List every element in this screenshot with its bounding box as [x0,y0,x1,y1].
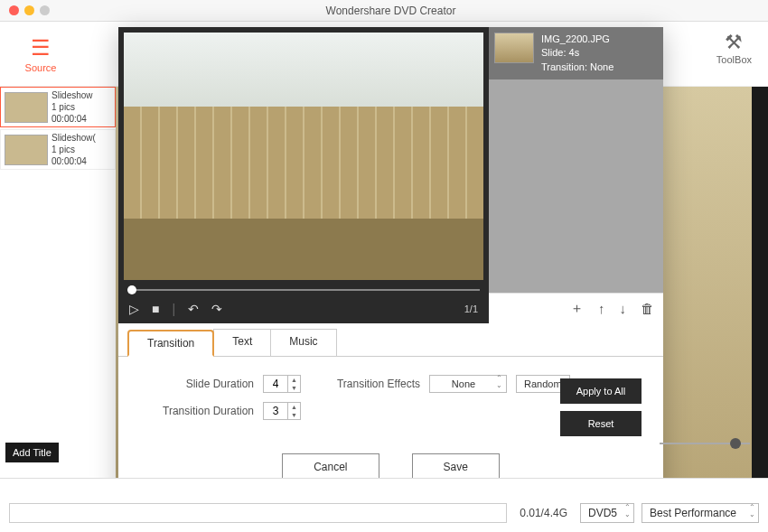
minimize-window-icon[interactable] [24,5,34,15]
window-controls [0,5,50,15]
slideshow-name: Slideshow [52,89,93,101]
slide-transition-info: Transition: None [541,61,613,74]
nav-source[interactable]: ☰ Source [0,35,81,73]
slide-duration-info: Slide: 4s [541,46,613,60]
slide-duration-input[interactable] [264,376,287,392]
slide-duration-label: Slide Duration [136,378,254,390]
rotate-right-icon[interactable]: ↷ [211,302,222,316]
slide-filename: IMG_2200.JPG [541,33,613,46]
delete-slide-icon[interactable]: 🗑 [641,301,654,316]
slideshow-duration: 00:00:04 [52,113,93,125]
quality-select[interactable]: Best Performance [642,503,759,523]
step-up-icon[interactable]: ▲ [288,376,300,384]
nav-source-label: Source [25,62,57,73]
slide-list: IMG_2200.JPG Slide: 4s Transition: None … [489,27,663,323]
stop-icon[interactable]: ■ [152,302,159,316]
slide-tools: ＋ ↑ ↓ 🗑 [489,293,663,323]
transition-duration-input[interactable] [264,403,287,419]
zoom-knob[interactable] [730,438,741,449]
rotate-left-icon[interactable]: ↶ [188,302,199,316]
maximize-window-icon[interactable] [40,5,50,15]
tab-transition[interactable]: Transition [127,330,214,357]
slideshow-pics: 1 pics [52,101,93,113]
background-letterbox [752,87,768,478]
slide-thumb [494,33,534,63]
tab-text[interactable]: Text [213,329,271,356]
toolbox-icon: ⚒ [716,31,752,54]
disc-usage-bar [9,503,507,523]
slide-row[interactable]: IMG_2200.JPG Slide: 4s Transition: None [489,27,663,79]
bottom-bar: Add Title 0.01/4.4G DVD5 Best Performanc… [0,478,768,532]
step-down-icon[interactable]: ▼ [288,384,300,392]
transition-duration-label: Transition Duration [136,405,254,417]
reset-button[interactable]: Reset [560,411,642,436]
slideshow-meta: Slideshow 1 pics 00:00:04 [52,89,93,125]
slideshow-duration: 00:00:04 [52,155,96,167]
transition-duration-stepper[interactable]: ▲▼ [263,402,301,420]
move-up-icon[interactable]: ↑ [598,301,605,316]
slide-duration-stepper[interactable]: ▲▼ [263,375,301,393]
preview-controls: ▷ ■ | ↶ ↷ 1/1 [118,294,489,323]
tab-music[interactable]: Music [270,329,336,356]
slideshow-name: Slideshow( [52,132,96,144]
scrub-bar[interactable] [118,285,489,294]
move-down-icon[interactable]: ↓ [620,301,627,316]
slideshow-item[interactable]: Slideshow( 1 pics 00:00:04 [0,129,116,170]
step-down-icon[interactable]: ▼ [288,411,300,419]
slideshow-thumb [5,135,48,165]
cancel-button[interactable]: Cancel [282,453,379,481]
slideshow-thumb [5,92,48,123]
apply-to-all-button[interactable]: Apply to All [560,378,642,404]
preview-image [124,33,483,280]
add-title-button[interactable]: Add Title [5,443,59,462]
play-icon[interactable]: ▷ [129,302,139,316]
app-title: Wondershare DVD Creator [50,5,768,17]
disc-type-select[interactable]: DVD5 [580,503,634,523]
transition-effects-label: Transition Effects [337,378,420,390]
transition-panel: Slide Duration ▲▼ Transition Duration ▲▼ [118,357,663,441]
disc-usage-text: 0.01/4.4G [514,507,573,519]
slideshow-editor-modal: ▷ ■ | ↶ ↷ 1/1 IMG_2200.JPG Slide: 4s Tra… [118,27,663,497]
step-up-icon[interactable]: ▲ [288,403,300,411]
preview-pane: ▷ ■ | ↶ ↷ 1/1 [118,27,489,323]
zoom-slider[interactable] [660,443,750,444]
titlebar: Wondershare DVD Creator [0,0,768,22]
editor-tabs: Transition Text Music [118,323,663,357]
source-icon: ☰ [0,35,81,61]
transition-effects-select[interactable]: None [429,375,507,393]
scrub-head[interactable] [127,285,136,294]
save-button[interactable]: Save [412,453,500,481]
slideshow-meta: Slideshow( 1 pics 00:00:04 [52,132,96,167]
close-window-icon[interactable] [9,5,19,15]
slide-counter: 1/1 [464,303,478,314]
slideshow-pics: 1 pics [52,144,96,155]
slideshow-sidebar: Slideshow 1 pics 00:00:04 Slideshow( 1 p… [0,87,116,172]
nav-toolbox-label: ToolBox [716,54,752,65]
add-slide-icon[interactable]: ＋ [570,300,584,317]
slideshow-item[interactable]: Slideshow 1 pics 00:00:04 [0,87,116,127]
nav-toolbox[interactable]: ⚒ ToolBox [716,31,752,65]
